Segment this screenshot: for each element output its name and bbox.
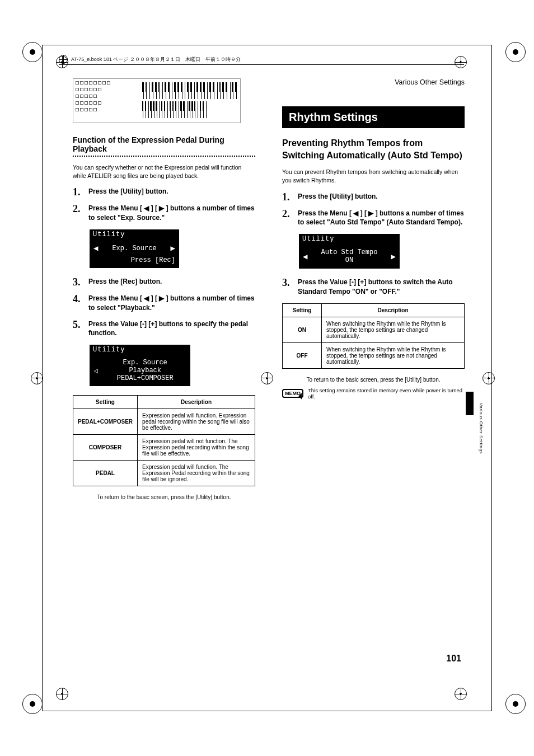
step-number: 4. bbox=[73, 294, 83, 313]
left-column: (function(){ const patterns=[1,1,0,1,1,1… bbox=[73, 78, 255, 505]
right-column: Various Other Settings Rhythm Settings P… bbox=[282, 78, 465, 505]
step-number: 1. bbox=[73, 187, 83, 197]
step-3: 3. Press the [Rec] button. bbox=[73, 277, 255, 287]
lcd-line: ON bbox=[307, 256, 391, 264]
table-row: ON When switching the Rhythm while the R… bbox=[283, 317, 465, 342]
step-number: 3. bbox=[282, 278, 292, 297]
right-intro: You can prevent Rhythm tempos from switc… bbox=[282, 168, 465, 185]
lcd-line: Playback bbox=[104, 367, 186, 374]
side-tab bbox=[466, 392, 474, 415]
lcd-title: Utility bbox=[299, 234, 400, 244]
step-text: Press the Menu [ ◀ ] [ ▶ ] buttons a num… bbox=[88, 204, 255, 223]
setting-cell: ON bbox=[283, 317, 322, 342]
right-settings-table: Setting Description ON When switching th… bbox=[282, 303, 465, 369]
step-number: 2. bbox=[282, 209, 292, 228]
step-5: 5. Press the Value [-] [+] buttons to sp… bbox=[73, 320, 255, 339]
left-settings-table: Setting Description PEDAL+COMPOSER Expre… bbox=[73, 395, 255, 486]
table-row: OFF When switching the Rhythm while the … bbox=[283, 342, 465, 368]
keyboard-diagram: (function(){ const patterns=[1,1,0,1,1,1… bbox=[73, 78, 241, 123]
step-text: Press the [Rec] button. bbox=[88, 277, 162, 287]
header-underline bbox=[59, 64, 464, 65]
print-target-icon bbox=[505, 694, 526, 714]
desc-cell: When switching the Rhythm while the Rhyt… bbox=[322, 317, 465, 342]
print-target-icon bbox=[505, 42, 526, 62]
table-row: COMPOSER Expression pedal will not funct… bbox=[73, 435, 255, 461]
step-number: 1. bbox=[282, 192, 292, 202]
step-number: 3. bbox=[73, 277, 83, 287]
step-text: Press the Value [-] [+] buttons to switc… bbox=[298, 278, 465, 297]
setting-cell: PEDAL bbox=[73, 461, 138, 486]
setting-cell: PEDAL+COMPOSER bbox=[73, 409, 138, 435]
registration-mark-icon bbox=[31, 372, 43, 384]
step-text: Press the Value [-] [+] buttons to speci… bbox=[88, 320, 255, 339]
memo-note: MEMO This setting remains stored in memo… bbox=[282, 387, 465, 400]
breadcrumb: Various Other Settings bbox=[282, 78, 465, 86]
lcd-screen-right: Utility ◀ Auto Std Tempo ON ▶ bbox=[299, 234, 400, 269]
lcd-screen-1: Utility ◀ Exp. Source ▶ Press [Rec] bbox=[90, 229, 179, 268]
memo-text: This setting remains stored in memory ev… bbox=[308, 387, 465, 400]
left-intro: You can specify whether or not the Expre… bbox=[73, 163, 255, 180]
triangle-left-icon: ◁ bbox=[94, 366, 98, 375]
step-1: 1. Press the [Utility] button. bbox=[73, 187, 255, 197]
lcd-title: Utility bbox=[90, 229, 179, 240]
left-heading: Function of the Expression Pedal During … bbox=[73, 135, 255, 153]
step-text: Press the [Utility] button. bbox=[88, 187, 168, 197]
header-meta-text: AT-75_e.book 101 ページ ２００８年８月２１日 木曜日 午前１０… bbox=[71, 56, 241, 63]
triangle-left-icon: ◀ bbox=[303, 252, 307, 261]
step-2: 2. Press the Menu [ ◀ ] [ ▶ ] buttons a … bbox=[282, 209, 465, 228]
left-footnote: To return to the basic screen, press the… bbox=[73, 494, 255, 500]
triangle-right-icon: ▶ bbox=[171, 243, 175, 253]
dotted-rule bbox=[73, 154, 255, 157]
page-number: 101 bbox=[446, 654, 461, 664]
header-meta: AT-75_e.book 101 ページ ２００８年８月２１日 木曜日 午前１０… bbox=[59, 55, 464, 64]
step-2: 2. Press the Menu [ ◀ ] [ ▶ ] buttons a … bbox=[73, 204, 255, 223]
rhythm-settings-bar: Rhythm Settings bbox=[282, 106, 465, 128]
lcd-line: Exp. Source bbox=[104, 359, 186, 367]
print-target-icon bbox=[22, 42, 43, 62]
lcd-screen-2: Utility ◁ Exp. Source Playback PEDAL+COM… bbox=[90, 345, 190, 386]
step-number: 2. bbox=[73, 204, 83, 223]
step-1: 1. Press the [Utility] button. bbox=[282, 192, 465, 202]
table-header: Description bbox=[322, 303, 465, 317]
table-row: PEDAL Expression pedal will function. Th… bbox=[73, 461, 255, 486]
step-4: 4. Press the Menu [ ◀ ] [ ▶ ] buttons a … bbox=[73, 294, 255, 313]
desc-cell: Expression pedal will function. Expressi… bbox=[138, 409, 255, 435]
setting-cell: OFF bbox=[283, 342, 322, 368]
step-number: 5. bbox=[73, 320, 83, 339]
setting-cell: COMPOSER bbox=[73, 435, 138, 461]
table-header: Setting bbox=[283, 303, 322, 317]
table-row: PEDAL+COMPOSER Expression pedal will fun… bbox=[73, 409, 255, 435]
lcd-title: Utility bbox=[90, 345, 190, 355]
right-footnote: To return to the basic screen, press the… bbox=[282, 377, 465, 383]
lcd-line: Press [Rec] bbox=[93, 256, 175, 264]
triangle-right-icon: ▶ bbox=[391, 252, 396, 261]
step-3: 3. Press the Value [-] [+] buttons to sw… bbox=[282, 278, 465, 297]
desc-cell: Expression pedal will function. The Expr… bbox=[138, 461, 255, 486]
step-text: Press the Menu [ ◀ ] [ ▶ ] buttons a num… bbox=[298, 209, 465, 228]
table-header: Description bbox=[138, 396, 255, 409]
lcd-line: PEDAL+COMPOSER bbox=[104, 374, 186, 382]
print-target-icon bbox=[22, 694, 43, 714]
right-subheading: Preventing Rhythm Tempos from Switching … bbox=[282, 137, 465, 161]
lcd-line: Auto Std Tempo bbox=[307, 248, 391, 256]
step-text: Press the Menu [ ◀ ] [ ▶ ] buttons a num… bbox=[88, 294, 255, 313]
step-text: Press the [Utility] button. bbox=[298, 192, 378, 202]
side-label: Various Other Settings bbox=[479, 403, 484, 454]
table-header: Setting bbox=[73, 396, 138, 409]
memo-badge: MEMO bbox=[282, 389, 303, 398]
desc-cell: Expression pedal will not function. The … bbox=[138, 435, 255, 461]
triangle-left-icon: ◀ bbox=[93, 243, 98, 253]
desc-cell: When switching the Rhythm while the Rhyt… bbox=[322, 342, 465, 368]
lcd-line: Exp. Source bbox=[112, 245, 156, 252]
